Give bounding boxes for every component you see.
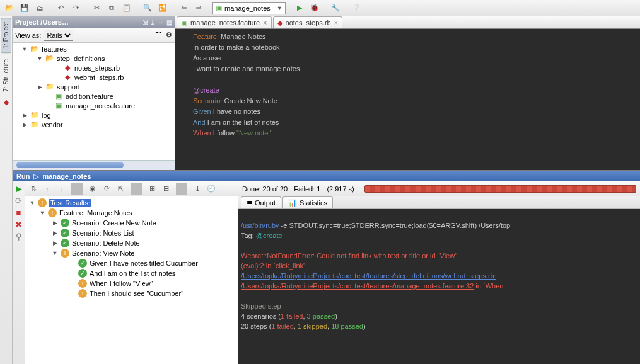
run-icon[interactable]: ▶ [293,1,306,15]
tree-support[interactable]: support [57,83,80,91]
view-as-select[interactable]: Rails [44,30,73,41]
open-icon[interactable]: 📂 [3,1,16,15]
project-scrollbar[interactable] [13,160,175,170]
test-step-then[interactable]: Then I should see "Cucumber" [90,290,183,297]
autoscroll-icon[interactable]: ⤓ [150,19,155,26]
debug-icon[interactable]: 🐞 [308,1,322,15]
tree-manage-notes-feature[interactable]: manage_notes.feature [66,102,135,110]
track-running-icon[interactable]: ⟳ [101,185,112,193]
feature-file-icon: ▣ [181,19,187,27]
flatten-icon[interactable]: ☷ [156,31,162,39]
undo-icon[interactable]: ↶ [54,1,67,15]
run-panel: Run ▷ manage_notes ▶ ⟳ ■ ✖ ⚲ ⇅ ↑ ↓ [13,170,640,364]
paste-icon[interactable]: 📋 [120,1,134,15]
folder-icon: 📁 [30,111,39,119]
close-run-icon[interactable]: ✖ [15,220,22,229]
statistics-tab[interactable]: 📊Statistics [282,196,333,208]
tree-addition-feature[interactable]: addition.feature [66,93,113,100]
run-panel-title: Run ▷ manage_notes [13,171,640,181]
console-output[interactable]: /usr/bin/ruby -e STDOUT.sync=true;STDERR… [238,209,640,364]
test-step-when[interactable]: When I follow "View" [90,280,153,287]
rerun-failed-icon[interactable]: ⟳ [15,196,22,205]
cut-icon[interactable]: ✂ [90,1,103,15]
tree-step-definitions[interactable]: step_definitions [57,55,105,62]
run-done-text: Done: 20 of 20 [242,185,288,193]
settings-icon[interactable]: 🔧 [329,1,342,15]
main-toolbar: 📂 💾 🗂 ↶ ↷ ✂ ⧉ 📋 🔍 🔁 ⇦ ⇨ ▣ manage_notes ▼… [0,0,640,16]
forward-icon[interactable]: ⇨ [192,1,206,15]
save-icon[interactable]: 💾 [18,1,32,15]
test-scenario-view[interactable]: Scenario: View Note [72,249,134,257]
tree-notes-steps[interactable]: notes_steps.rb [74,64,120,72]
expand-all-icon[interactable]: ⊞ [146,185,158,193]
editor-tab-notes-steps[interactable]: ◆ notes_steps.rb × [273,16,343,28]
close-tab-icon[interactable]: × [263,19,267,26]
replace-icon[interactable]: 🔁 [156,1,170,15]
test-scenario-list[interactable]: Scenario: Notes List [72,229,134,237]
statistics-tab-icon: 📊 [288,199,297,207]
next-failed-icon[interactable]: ↓ [55,185,67,193]
pin-icon[interactable]: ⚲ [16,232,22,241]
ok-badge-icon: ✓ [61,239,69,247]
test-scenario-create[interactable]: Scenario: Create New Note [72,219,156,227]
ruby-icon: ◆ [63,64,72,72]
folder-icon: 📁 [30,120,39,128]
back-icon[interactable]: ⇦ [177,1,190,15]
project-tree[interactable]: ▼📂features ▼📂step_definitions ◆notes_ste… [13,43,175,160]
progress-bar [364,185,636,193]
folder-icon: 📁 [45,82,54,91]
stop-icon[interactable]: ■ [16,208,21,217]
help-icon[interactable]: ❔ [349,1,363,15]
hide-passed-icon[interactable]: ◉ [87,185,98,193]
project-view-bar: View as: Rails ☷ ⚙ [13,28,175,43]
copy-icon[interactable]: ⧉ [105,1,119,15]
ok-badge-icon: ✓ [78,259,87,268]
test-tree[interactable]: ▼!Test Results: ▼!Feature: Manage Notes … [25,196,238,364]
editor-tab-manage-notes[interactable]: ▣ manage_notes.feature × [177,16,272,28]
tree-log[interactable]: log [42,111,51,119]
folder-open-icon: 📂 [45,54,54,62]
tree-webrat-steps[interactable]: webrat_steps.rb [74,74,124,81]
output-tab[interactable]: ≣Output [241,196,281,208]
warn-badge-icon: ! [78,289,87,298]
panel-menu-icon[interactable]: ▤ [166,19,172,26]
rails-tool-icon[interactable]: ◆ [4,98,9,106]
run-config-selector[interactable]: ▣ manage_notes ▼ [212,2,286,14]
ok-badge-icon: ✓ [61,229,69,237]
run-failed-text: Failed: 1 [294,185,320,193]
tree-vendor[interactable]: vendor [42,121,63,128]
save-all-icon[interactable]: 🗂 [33,1,47,15]
test-step-given[interactable]: Given I have notes titled Cucumber [90,259,198,267]
feature-file-icon: ▣ [54,92,63,100]
chevron-down-icon: ▼ [277,5,282,11]
export-icon[interactable]: ⤓ [192,185,203,193]
redo-icon[interactable]: ↷ [69,1,83,15]
run-title-prefix: Run [16,173,30,180]
find-icon[interactable]: 🔍 [141,1,154,15]
rerun-icon[interactable]: ▶ [16,184,22,193]
hide-panel-icon[interactable]: ↔ [158,19,164,26]
project-tool-tab[interactable]: 1: Project [1,18,11,53]
left-tool-gutter: 1: Project 7: Structure ◆ [0,16,13,364]
test-step-and[interactable]: And I am on the list of notes [90,270,175,277]
tree-features[interactable]: features [42,45,67,53]
sort-icon[interactable]: ⇅ [28,185,39,193]
warn-badge-icon: ! [38,198,47,207]
editor-tab-label: manage_notes.feature [190,19,260,26]
prev-failed-icon[interactable]: ↑ [42,185,53,193]
collapse-icon[interactable]: ⇲ [143,19,148,26]
select-first-icon[interactable]: ⇱ [115,185,126,193]
history-icon[interactable]: 🕘 [206,185,217,193]
editor-tab-label: notes_steps.rb [286,19,331,26]
warn-badge-icon: ! [48,208,57,217]
ok-badge-icon: ✓ [61,219,69,227]
editor-code[interactable]: Feature: Manage Notes In order to make a… [175,29,640,170]
test-scenario-delete[interactable]: Scenario: Delete Note [72,239,140,247]
close-tab-icon[interactable]: × [334,19,338,26]
collapse-all-icon[interactable]: ⊟ [160,185,172,193]
structure-tool-tab[interactable]: 7: Structure [1,55,11,96]
test-results-root[interactable]: Test Results: [49,199,91,207]
test-feature-manage-notes[interactable]: Feature: Manage Notes [59,209,132,217]
view-gear-icon[interactable]: ⚙ [166,31,172,39]
run-time-text: (2.917 s) [327,185,354,193]
